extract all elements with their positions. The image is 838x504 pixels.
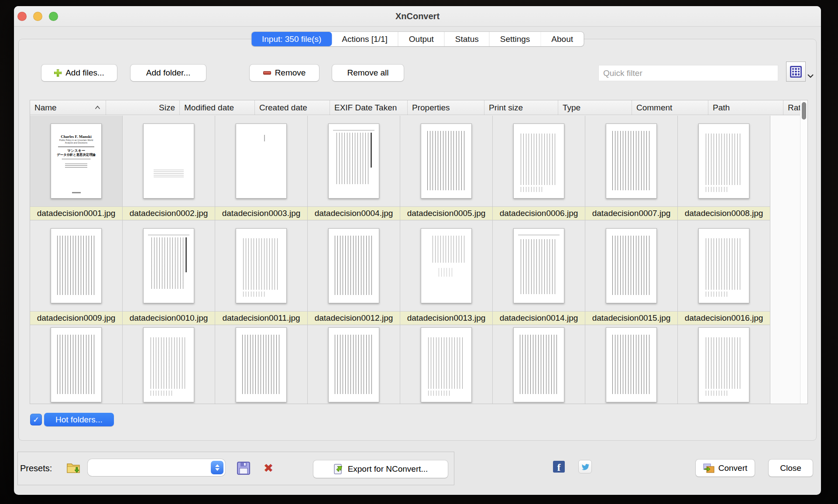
file-cell[interactable]: datadecision0016.jpg [678,220,770,325]
file-name-label[interactable]: datadecision0010.jpg [123,311,215,325]
tab-status[interactable]: Status [444,32,489,46]
file-cell[interactable]: datadecision0009.jpg [30,220,123,325]
twitter-icon[interactable] [578,460,592,473]
file-cell[interactable]: datadecision0015.jpg [585,220,678,325]
column-header-modified-date[interactable]: Modified date [180,100,255,115]
export-nconvert-button[interactable]: Export for NConvert... [313,460,448,478]
file-name-label[interactable]: datadecision0016.jpg [678,311,770,325]
column-header-exif-date-taken[interactable]: EXIF Date Taken [330,100,408,115]
file-name-label[interactable]: datadecision0004.jpg [308,206,400,220]
hot-folders-button[interactable]: Hot folders... [44,413,114,426]
file-name-label[interactable]: datadecision0007.jpg [585,206,677,220]
chevron-down-icon[interactable] [807,74,814,78]
titlebar[interactable]: XnConvert [14,6,821,27]
column-header-name[interactable]: Name [30,100,106,115]
file-cell[interactable]: datadecision0003.jpg [215,116,308,220]
tab-about[interactable]: About [540,32,584,46]
file-thumbnail[interactable] [678,325,770,404]
file-thumbnail[interactable] [30,325,122,404]
file-name-label[interactable]: datadecision0015.jpg [585,311,677,325]
file-thumbnail[interactable] [678,220,770,311]
facebook-icon[interactable]: f [553,461,565,473]
column-header-comment[interactable]: Comment [632,100,708,115]
file-cell[interactable]: datadecision0014.jpg [493,220,585,325]
column-header-type[interactable]: Type [558,100,632,115]
file-cell[interactable]: datadecision0004.jpg [308,116,400,220]
file-thumbnail[interactable] [215,325,307,404]
tab-input-350-file-s[interactable]: Input: 350 file(s) [251,32,332,46]
file-cell[interactable]: datadecision0010.jpg [123,220,215,325]
hot-folders-checkbox[interactable]: ✓ [30,414,42,425]
file-thumbnail[interactable] [493,325,585,404]
file-name-label[interactable]: datadecision0014.jpg [493,311,585,325]
file-name-label[interactable]: datadecision0008.jpg [678,206,770,220]
file-thumbnail[interactable] [400,325,492,404]
file-thumbnail[interactable] [400,220,492,311]
file-thumbnail[interactable] [215,116,307,206]
preset-select[interactable] [88,459,225,476]
tab-settings[interactable]: Settings [489,32,541,46]
file-thumbnail[interactable] [123,116,215,206]
file-cell[interactable]: datadecision0005.jpg [400,116,493,220]
file-cell[interactable]: Charles F. ManskiPublic Policy in an Unc… [30,116,123,220]
add-folder-button[interactable]: Add folder... [131,65,206,81]
file-name-label[interactable]: datadecision0006.jpg [493,206,585,220]
file-thumbnail[interactable] [308,220,400,311]
file-thumbnail[interactable] [493,116,585,206]
file-cell[interactable]: datadecision0013.jpg [400,220,493,325]
file-cell[interactable]: datadecision0012.jpg [308,220,400,325]
file-cell[interactable] [308,325,400,404]
file-name-label[interactable]: datadecision0005.jpg [400,206,492,220]
close-button[interactable]: Close [769,459,813,477]
file-thumbnail[interactable] [215,220,307,311]
file-thumbnail[interactable] [493,220,585,311]
file-cell[interactable] [30,325,123,404]
file-thumbnail[interactable] [308,116,400,206]
file-cell[interactable]: datadecision0008.jpg [678,116,770,220]
file-thumbnail[interactable] [678,116,770,206]
file-thumbnail[interactable] [123,220,215,311]
tab-output[interactable]: Output [398,32,444,46]
file-cell[interactable] [493,325,585,404]
file-thumbnail[interactable]: Charles F. ManskiPublic Policy in an Unc… [30,116,122,206]
file-cell[interactable]: datadecision0011.jpg [215,220,308,325]
add-files-button[interactable]: Add files... [41,65,117,81]
file-thumbnail[interactable] [30,220,122,311]
file-thumbnail[interactable] [308,325,400,404]
file-thumbnail[interactable] [585,220,677,311]
column-header-path[interactable]: Path [708,100,783,115]
scrollbar-thumb[interactable] [802,102,806,120]
vertical-scrollbar[interactable] [800,100,807,404]
quick-filter-input[interactable] [598,65,778,81]
file-thumbnail[interactable] [400,116,492,206]
file-name-label[interactable]: datadecision0002.jpg [123,206,215,220]
select-stepper-icon[interactable] [211,461,223,474]
file-name-label[interactable]: datadecision0009.jpg [30,311,122,325]
convert-button[interactable]: Convert [696,459,755,477]
column-header-print-size[interactable]: Print size [484,100,558,115]
remove-all-button[interactable]: Remove all [332,65,404,81]
file-thumbnail[interactable] [585,325,677,404]
file-name-label[interactable]: datadecision0011.jpg [215,311,307,325]
file-cell[interactable] [585,325,678,404]
file-cell[interactable] [400,325,493,404]
save-preset-button[interactable] [236,460,251,476]
remove-button[interactable]: Remove [250,65,319,81]
file-thumbnail[interactable] [585,116,677,206]
file-name-label[interactable]: datadecision0012.jpg [308,311,400,325]
file-cell[interactable]: datadecision0006.jpg [493,116,585,220]
column-header-size[interactable]: Size [106,100,180,115]
column-header-properties[interactable]: Properties [408,100,484,115]
file-thumbnail[interactable] [123,325,215,404]
open-preset-button[interactable] [65,459,83,476]
delete-preset-button[interactable]: ✖ [260,459,277,477]
view-mode-button[interactable] [786,62,806,82]
file-cell[interactable] [678,325,770,404]
file-cell[interactable]: datadecision0002.jpg [123,116,215,220]
file-cell[interactable] [123,325,215,404]
tab-actions-1-1[interactable]: Actions [1/1] [331,32,398,46]
file-name-label[interactable]: datadecision0003.jpg [215,206,307,220]
file-name-label[interactable]: datadecision0013.jpg [400,311,492,325]
column-header-created-date[interactable]: Created date [255,100,330,115]
file-cell[interactable] [215,325,308,404]
